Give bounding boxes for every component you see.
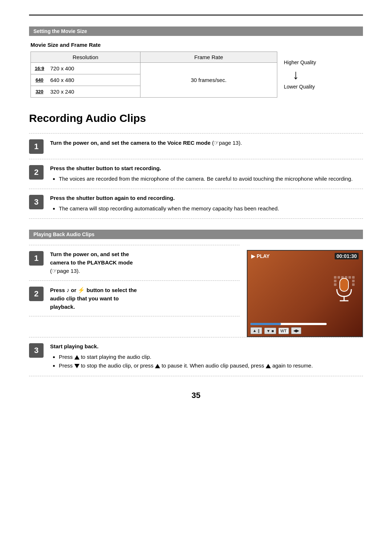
step-1-bold: Turn the power on, and set the camera to… — [50, 140, 211, 146]
ctrl-stop: ▼ ■ — [264, 328, 276, 334]
subsection-title: Movie Size and Frame Rate — [30, 42, 363, 48]
playback-step-1: 1 Turn the power on, and set the camera … — [29, 245, 240, 280]
playback-step-3-bold: Start playing back. — [50, 342, 363, 351]
playback-step-2-icon1: ♪ — [66, 287, 69, 293]
triangle-down-icon — [74, 364, 79, 368]
playback-bullet-2: Press to stop the audio clip, or press t… — [59, 362, 363, 370]
playback-step-2: 2 Press ♪ or ⚡ button to select the audi… — [29, 280, 240, 316]
res-size-640: 640 x 480 — [48, 74, 140, 86]
playback-step-2-or: or — [71, 287, 78, 293]
step-2-content: Press the shutter button to start record… — [50, 164, 363, 184]
screen-play-label: ▶ PLAY — [251, 253, 270, 259]
playback-step-3-content: Start playing back. Press to start playi… — [50, 342, 363, 371]
res-icon-320: 320 — [31, 86, 48, 98]
playback-step-number-1: 1 — [29, 251, 44, 266]
step-number-3: 3 — [29, 195, 44, 209]
step-3-bullets: The camera will stop recording automatic… — [59, 205, 363, 213]
svg-rect-10 — [340, 278, 348, 291]
progress-bar-inner — [250, 323, 281, 325]
recording-steps: 1 Turn the power on, and set the camera … — [29, 133, 363, 219]
res-size-320: 320 x 240 — [48, 86, 140, 98]
progress-bar-outer — [250, 323, 327, 325]
playback-step-1-text: Turn the power on, and set the camera to… — [50, 250, 240, 275]
screen-controls: ▲ ‖ ▼ ■ WT ◀▶ — [250, 327, 359, 335]
screen-body — [248, 261, 362, 319]
step-2-text: Press the shutter button to start record… — [50, 164, 363, 173]
table-row: 16:9 720 x 400 30 frames/sec. — [31, 63, 277, 74]
svg-rect-9 — [352, 283, 355, 286]
frame-rate-cell: 30 frames/sec. — [140, 63, 277, 98]
svg-rect-6 — [352, 276, 355, 279]
step-1-content: Turn the power on, and set the camera to… — [50, 139, 363, 147]
main-title: Recording Audio Clips — [29, 112, 363, 124]
step-1-ref: (☞page 13). — [212, 140, 242, 146]
playback-step-2-rest: button to select the — [87, 287, 137, 293]
step-number-1: 1 — [29, 139, 44, 154]
screen-timer: 00:01:30 — [335, 253, 359, 259]
section1: Setting the Movie Size Movie Size and Fr… — [29, 26, 363, 98]
svg-rect-7 — [352, 280, 355, 282]
playback-step-number-3: 3 — [29, 343, 44, 358]
section1-header: Setting the Movie Size — [29, 26, 363, 36]
ctrl-vol: ◀▶ — [291, 327, 301, 334]
svg-rect-8 — [334, 283, 336, 286]
playback-step-number-2: 2 — [29, 287, 44, 301]
col-framerate-header: Frame Rate — [140, 52, 277, 63]
quality-arrow-container: Higher Quality ↓ Lower Quality — [277, 52, 316, 98]
step-3-content: Press the shutter button again to end re… — [50, 194, 363, 213]
step-2-bullets: The voices are recorded from the microph… — [59, 175, 363, 183]
svg-rect-0 — [334, 276, 336, 279]
playback-screen: ▶ PLAY 00:01:30 — [247, 250, 363, 337]
playback-step-1-bold: Turn the power on, and set the — [50, 251, 129, 257]
svg-rect-4 — [348, 276, 351, 279]
res-size-720: 720 x 400 — [48, 63, 140, 74]
step-3: 3 Press the shutter button again to end … — [29, 189, 363, 219]
svg-rect-1 — [338, 276, 340, 279]
ctrl-play-pause: ▲ ‖ — [250, 327, 262, 334]
mic-icon — [333, 275, 355, 304]
step-2-bullet-1: The voices are recorded from the microph… — [59, 175, 363, 183]
step-1-text: Turn the power on, and set the camera to… — [50, 139, 363, 147]
section2: Playing Back Audio Clips 1 Turn the powe… — [29, 230, 363, 376]
res-icon-640: 640 — [31, 74, 48, 86]
triangle-up-icon2 — [155, 364, 160, 368]
step-number-2: 2 — [29, 165, 44, 180]
res-icon-169: 16:9 — [31, 63, 48, 74]
ctrl-wt: WT — [278, 328, 289, 334]
playback-step-2-bold: Press — [50, 287, 65, 293]
playback-step-1-content: Turn the power on, and set the camera to… — [50, 250, 240, 275]
screen-footer: ▲ ‖ ▼ ■ WT ◀▶ — [248, 321, 362, 336]
top-border — [29, 15, 363, 16]
playback-step-3-bullets: Press to start playing the audio clip. P… — [59, 353, 363, 370]
movie-size-table-wrapper: Resolution Frame Rate 16:9 720 x 400 30 … — [30, 52, 363, 98]
step-3-bullet-1: The camera will stop recording automatic… — [59, 205, 363, 213]
playback-step-2-icon2: ⚡ — [78, 287, 85, 293]
step-2: 2 Press the shutter button to start reco… — [29, 159, 363, 189]
playback-step-2-content: Press ♪ or ⚡ button to select the audio … — [50, 286, 240, 311]
playback-step-3: 3 Start playing back. Press to start pla… — [29, 337, 363, 376]
screen-header: ▶ PLAY 00:01:30 — [248, 251, 362, 261]
playback-left: 1 Turn the power on, and set the camera … — [29, 245, 240, 316]
triangle-up-icon — [74, 355, 79, 360]
page-number: 35 — [29, 391, 363, 400]
svg-rect-5 — [334, 280, 336, 282]
col-resolution-header: Resolution — [31, 52, 140, 63]
step-1: 1 Turn the power on, and set the camera … — [29, 133, 363, 159]
higher-quality-label: Higher Quality — [284, 58, 316, 66]
lower-quality-label: Lower Quality — [284, 83, 315, 91]
playback-step-2-rest3: playback. — [50, 304, 75, 310]
step-3-bold: Press the shutter button again to end re… — [50, 195, 175, 201]
playback-step-2-text: Press ♪ or ⚡ button to select the audio … — [50, 286, 240, 311]
playback-steps-wrapper: 1 Turn the power on, and set the camera … — [29, 245, 363, 337]
section2-header: Playing Back Audio Clips — [29, 230, 363, 239]
playback-step-1-ref: (☞page 13). — [50, 268, 80, 274]
playback-bullet-1: Press to start playing the audio clip. — [59, 353, 363, 361]
movie-size-table: Resolution Frame Rate 16:9 720 x 400 30 … — [30, 52, 277, 98]
playback-step-1-bold2: camera to the PLAYBACK mode — [50, 259, 133, 266]
quality-arrow: ↓ — [293, 68, 299, 81]
playback-step-2-rest2: audio clip that you want to — [50, 295, 119, 301]
step-3-text: Press the shutter button again to end re… — [50, 194, 363, 202]
triangle-up-icon3 — [266, 364, 271, 368]
step-2-bold: Press the shutter button to start record… — [50, 165, 161, 171]
